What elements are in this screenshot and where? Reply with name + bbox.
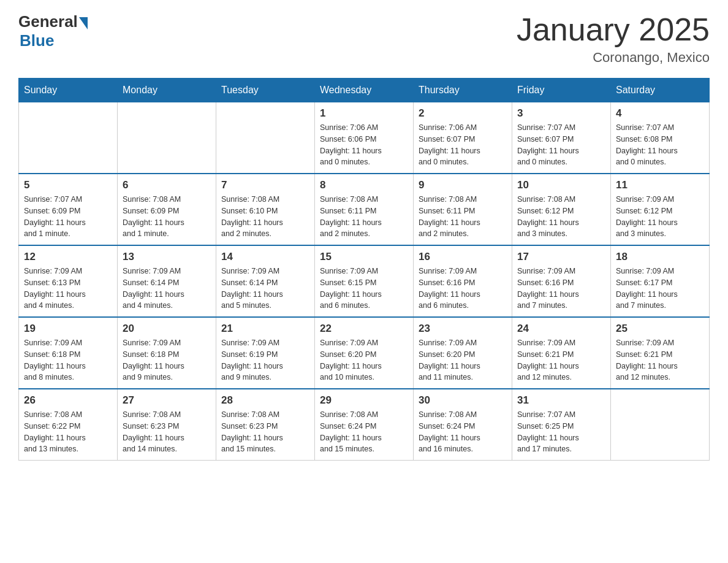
day-info: Sunrise: 7:09 AMSunset: 6:19 PMDaylight:… xyxy=(221,337,309,383)
table-row: 29Sunrise: 7:08 AMSunset: 6:24 PMDayligh… xyxy=(315,389,414,461)
day-info: Sunrise: 7:08 AMSunset: 6:24 PMDaylight:… xyxy=(419,409,507,455)
table-row xyxy=(118,102,216,174)
table-row: 30Sunrise: 7:08 AMSunset: 6:24 PMDayligh… xyxy=(414,389,512,461)
table-row: 12Sunrise: 7:09 AMSunset: 6:13 PMDayligh… xyxy=(19,245,118,317)
logo-triangle-icon xyxy=(79,17,88,29)
table-row: 10Sunrise: 7:08 AMSunset: 6:12 PMDayligh… xyxy=(512,174,611,245)
table-row: 1Sunrise: 7:06 AMSunset: 6:06 PMDaylight… xyxy=(315,102,414,174)
day-info: Sunrise: 7:09 AMSunset: 6:16 PMDaylight:… xyxy=(517,266,605,312)
table-row: 24Sunrise: 7:09 AMSunset: 6:21 PMDayligh… xyxy=(512,317,611,389)
table-row: 16Sunrise: 7:09 AMSunset: 6:16 PMDayligh… xyxy=(414,245,512,317)
day-number: 5 xyxy=(24,179,112,191)
header-sunday: Sunday xyxy=(19,79,118,102)
day-number: 29 xyxy=(320,394,408,407)
table-row: 14Sunrise: 7:09 AMSunset: 6:14 PMDayligh… xyxy=(216,245,315,317)
day-number: 26 xyxy=(24,394,112,407)
day-number: 17 xyxy=(517,251,605,263)
day-info: Sunrise: 7:09 AMSunset: 6:14 PMDaylight:… xyxy=(221,266,309,312)
table-row: 28Sunrise: 7:08 AMSunset: 6:23 PMDayligh… xyxy=(216,389,315,461)
header-thursday: Thursday xyxy=(414,79,512,102)
day-info: Sunrise: 7:06 AMSunset: 6:07 PMDaylight:… xyxy=(419,122,507,168)
day-number: 1 xyxy=(320,107,408,120)
table-row: 13Sunrise: 7:09 AMSunset: 6:14 PMDayligh… xyxy=(118,245,216,317)
day-info: Sunrise: 7:09 AMSunset: 6:12 PMDaylight:… xyxy=(616,194,704,240)
day-number: 14 xyxy=(221,251,309,263)
day-number: 10 xyxy=(517,179,605,191)
day-info: Sunrise: 7:08 AMSunset: 6:24 PMDaylight:… xyxy=(320,409,408,455)
day-number: 13 xyxy=(123,251,211,263)
calendar-subtitle: Coronango, Mexico xyxy=(517,50,710,66)
day-info: Sunrise: 7:09 AMSunset: 6:18 PMDaylight:… xyxy=(24,337,112,383)
table-row: 4Sunrise: 7:07 AMSunset: 6:08 PMDaylight… xyxy=(611,102,710,174)
table-row: 23Sunrise: 7:09 AMSunset: 6:20 PMDayligh… xyxy=(414,317,512,389)
day-number: 9 xyxy=(419,179,507,191)
day-number: 3 xyxy=(517,107,605,120)
day-number: 4 xyxy=(616,107,704,120)
header-monday: Monday xyxy=(118,79,216,102)
day-number: 27 xyxy=(123,394,211,407)
calendar-week-row: 26Sunrise: 7:08 AMSunset: 6:22 PMDayligh… xyxy=(19,389,710,461)
day-info: Sunrise: 7:09 AMSunset: 6:21 PMDaylight:… xyxy=(616,337,704,383)
day-info: Sunrise: 7:07 AMSunset: 6:09 PMDaylight:… xyxy=(24,194,112,240)
table-row xyxy=(216,102,315,174)
day-number: 7 xyxy=(221,179,309,191)
day-number: 25 xyxy=(616,323,704,335)
day-number: 22 xyxy=(320,323,408,335)
calendar-title: January 2025 xyxy=(517,12,710,47)
title-area: January 2025 Coronango, Mexico xyxy=(517,12,710,66)
table-row: 9Sunrise: 7:08 AMSunset: 6:11 PMDaylight… xyxy=(414,174,512,245)
day-number: 31 xyxy=(517,394,605,407)
day-number: 21 xyxy=(221,323,309,335)
day-info: Sunrise: 7:08 AMSunset: 6:11 PMDaylight:… xyxy=(419,194,507,240)
logo-general-text: General xyxy=(18,12,78,31)
day-info: Sunrise: 7:09 AMSunset: 6:17 PMDaylight:… xyxy=(616,266,704,312)
table-row: 7Sunrise: 7:08 AMSunset: 6:10 PMDaylight… xyxy=(216,174,315,245)
day-info: Sunrise: 7:07 AMSunset: 6:07 PMDaylight:… xyxy=(517,122,605,168)
table-row: 22Sunrise: 7:09 AMSunset: 6:20 PMDayligh… xyxy=(315,317,414,389)
day-number: 20 xyxy=(123,323,211,335)
day-info: Sunrise: 7:07 AMSunset: 6:08 PMDaylight:… xyxy=(616,122,704,168)
day-info: Sunrise: 7:09 AMSunset: 6:13 PMDaylight:… xyxy=(24,266,112,312)
day-number: 11 xyxy=(616,179,704,191)
day-number: 28 xyxy=(221,394,309,407)
calendar-week-row: 19Sunrise: 7:09 AMSunset: 6:18 PMDayligh… xyxy=(19,317,710,389)
table-row: 2Sunrise: 7:06 AMSunset: 6:07 PMDaylight… xyxy=(414,102,512,174)
day-number: 19 xyxy=(24,323,112,335)
day-info: Sunrise: 7:07 AMSunset: 6:25 PMDaylight:… xyxy=(517,409,605,455)
header: General Blue January 2025 Coronango, Mex… xyxy=(18,12,710,66)
table-row xyxy=(19,102,118,174)
day-info: Sunrise: 7:08 AMSunset: 6:09 PMDaylight:… xyxy=(123,194,211,240)
day-number: 24 xyxy=(517,323,605,335)
table-row: 3Sunrise: 7:07 AMSunset: 6:07 PMDaylight… xyxy=(512,102,611,174)
day-number: 16 xyxy=(419,251,507,263)
table-row: 11Sunrise: 7:09 AMSunset: 6:12 PMDayligh… xyxy=(611,174,710,245)
day-info: Sunrise: 7:09 AMSunset: 6:20 PMDaylight:… xyxy=(320,337,408,383)
day-number: 12 xyxy=(24,251,112,263)
day-info: Sunrise: 7:08 AMSunset: 6:23 PMDaylight:… xyxy=(123,409,211,455)
calendar-week-row: 12Sunrise: 7:09 AMSunset: 6:13 PMDayligh… xyxy=(19,245,710,317)
table-row: 25Sunrise: 7:09 AMSunset: 6:21 PMDayligh… xyxy=(611,317,710,389)
day-info: Sunrise: 7:09 AMSunset: 6:18 PMDaylight:… xyxy=(123,337,211,383)
day-info: Sunrise: 7:08 AMSunset: 6:10 PMDaylight:… xyxy=(221,194,309,240)
header-friday: Friday xyxy=(512,79,611,102)
table-row: 8Sunrise: 7:08 AMSunset: 6:11 PMDaylight… xyxy=(315,174,414,245)
calendar-week-row: 5Sunrise: 7:07 AMSunset: 6:09 PMDaylight… xyxy=(19,174,710,245)
calendar-table: Sunday Monday Tuesday Wednesday Thursday… xyxy=(18,78,710,461)
logo-blue-text: Blue xyxy=(20,31,54,50)
header-tuesday: Tuesday xyxy=(216,79,315,102)
table-row: 15Sunrise: 7:09 AMSunset: 6:15 PMDayligh… xyxy=(315,245,414,317)
day-info: Sunrise: 7:09 AMSunset: 6:16 PMDaylight:… xyxy=(419,266,507,312)
day-number: 8 xyxy=(320,179,408,191)
table-row xyxy=(611,389,710,461)
day-info: Sunrise: 7:08 AMSunset: 6:11 PMDaylight:… xyxy=(320,194,408,240)
table-row: 26Sunrise: 7:08 AMSunset: 6:22 PMDayligh… xyxy=(19,389,118,461)
table-row: 27Sunrise: 7:08 AMSunset: 6:23 PMDayligh… xyxy=(118,389,216,461)
table-row: 17Sunrise: 7:09 AMSunset: 6:16 PMDayligh… xyxy=(512,245,611,317)
day-number: 23 xyxy=(419,323,507,335)
day-info: Sunrise: 7:09 AMSunset: 6:15 PMDaylight:… xyxy=(320,266,408,312)
day-info: Sunrise: 7:09 AMSunset: 6:21 PMDaylight:… xyxy=(517,337,605,383)
day-number: 30 xyxy=(419,394,507,407)
day-info: Sunrise: 7:08 AMSunset: 6:12 PMDaylight:… xyxy=(517,194,605,240)
table-row: 20Sunrise: 7:09 AMSunset: 6:18 PMDayligh… xyxy=(118,317,216,389)
day-info: Sunrise: 7:08 AMSunset: 6:23 PMDaylight:… xyxy=(221,409,309,455)
